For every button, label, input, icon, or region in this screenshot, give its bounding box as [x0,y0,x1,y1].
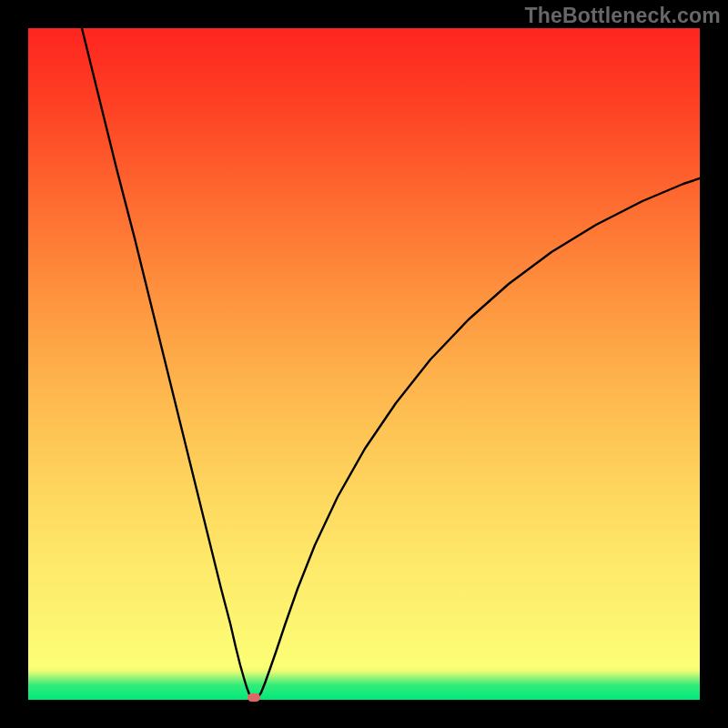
curve-layer [28,28,700,700]
bottleneck-curve [82,28,700,700]
watermark-text: TheBottleneck.com [524,4,721,28]
plot-area [28,28,700,700]
min-marker [248,693,260,702]
chart-frame: TheBottleneck.com [0,0,728,728]
